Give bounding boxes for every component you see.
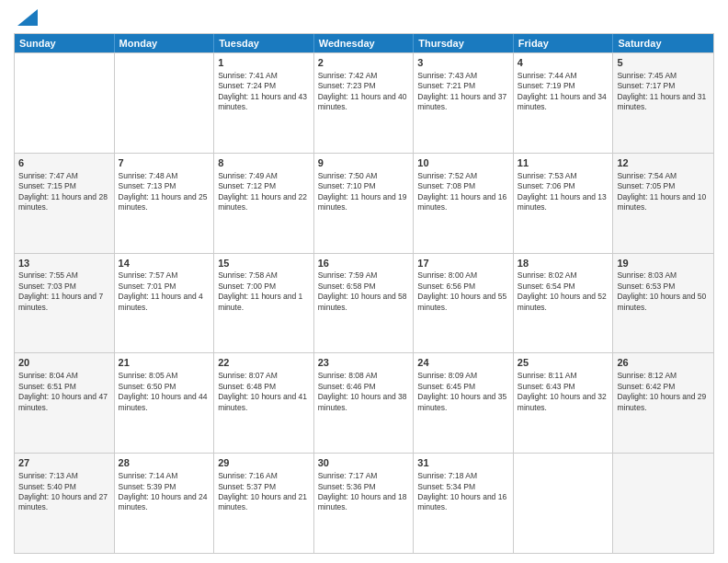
day-number: 26: [617, 356, 710, 370]
cal-cell-4-5: [514, 454, 614, 553]
logo: [14, 9, 41, 26]
cal-cell-0-4: 3Sunrise: 7:43 AM Sunset: 7:21 PM Daylig…: [414, 53, 514, 153]
cal-cell-2-2: 15Sunrise: 7:58 AM Sunset: 7:00 PM Dayli…: [214, 254, 314, 353]
cal-cell-1-0: 6Sunrise: 7:47 AM Sunset: 7:15 PM Daylig…: [15, 154, 115, 253]
cell-info: Sunrise: 8:02 AM Sunset: 6:54 PM Dayligh…: [518, 270, 609, 313]
cal-cell-4-3: 30Sunrise: 7:17 AM Sunset: 5:36 PM Dayli…: [314, 454, 415, 553]
day-number: 5: [617, 56, 710, 70]
header-day-tuesday: Tuesday: [214, 34, 314, 52]
cell-info: Sunrise: 7:45 AM Sunset: 7:17 PM Dayligh…: [617, 71, 710, 113]
cal-cell-0-2: 1Sunrise: 7:41 AM Sunset: 7:24 PM Daylig…: [214, 53, 314, 153]
day-number: 13: [18, 257, 110, 270]
day-number: 21: [119, 356, 210, 370]
day-number: 4: [518, 56, 609, 70]
day-number: 11: [518, 156, 609, 170]
cell-info: Sunrise: 7:49 AM Sunset: 7:12 PM Dayligh…: [218, 171, 310, 213]
cal-cell-4-0: 27Sunrise: 7:13 AM Sunset: 5:40 PM Dayli…: [15, 454, 115, 553]
cal-cell-2-0: 13Sunrise: 7:55 AM Sunset: 7:03 PM Dayli…: [15, 254, 115, 353]
cal-cell-3-3: 23Sunrise: 8:08 AM Sunset: 6:46 PM Dayli…: [314, 353, 415, 453]
cal-cell-2-4: 17Sunrise: 8:00 AM Sunset: 6:56 PM Dayli…: [414, 254, 514, 353]
day-number: 28: [119, 456, 210, 470]
calendar-row-2: 13Sunrise: 7:55 AM Sunset: 7:03 PM Dayli…: [15, 253, 713, 353]
cell-info: Sunrise: 7:43 AM Sunset: 7:21 PM Dayligh…: [417, 71, 509, 113]
cal-cell-1-6: 12Sunrise: 7:54 AM Sunset: 7:05 PM Dayli…: [613, 154, 713, 253]
cal-cell-3-1: 21Sunrise: 8:05 AM Sunset: 6:50 PM Dayli…: [115, 353, 215, 453]
day-number: 16: [318, 257, 410, 270]
svg-marker-0: [17, 9, 38, 26]
logo-triangle-icon: [17, 9, 38, 26]
header-day-thursday: Thursday: [414, 34, 514, 52]
cal-cell-0-0: [15, 53, 115, 153]
calendar: SundayMondayTuesdayWednesdayThursdayFrid…: [14, 33, 714, 554]
cell-info: Sunrise: 8:11 AM Sunset: 6:43 PM Dayligh…: [518, 371, 609, 413]
cell-info: Sunrise: 7:48 AM Sunset: 7:13 PM Dayligh…: [119, 171, 210, 213]
cal-cell-1-1: 7Sunrise: 7:48 AM Sunset: 7:13 PM Daylig…: [115, 154, 215, 253]
cal-cell-3-4: 24Sunrise: 8:09 AM Sunset: 6:45 PM Dayli…: [414, 353, 514, 453]
cal-cell-0-6: 5Sunrise: 7:45 AM Sunset: 7:17 PM Daylig…: [613, 53, 713, 153]
cell-info: Sunrise: 8:08 AM Sunset: 6:46 PM Dayligh…: [318, 371, 410, 413]
cal-cell-4-6: [613, 454, 713, 553]
page: SundayMondayTuesdayWednesdayThursdayFrid…: [0, 0, 728, 563]
day-number: 7: [119, 156, 210, 170]
day-number: 8: [218, 156, 310, 170]
header: [14, 9, 714, 26]
day-number: 18: [518, 257, 609, 270]
day-number: 14: [119, 257, 210, 270]
cal-cell-1-5: 11Sunrise: 7:53 AM Sunset: 7:06 PM Dayli…: [514, 154, 614, 253]
cell-info: Sunrise: 8:12 AM Sunset: 6:42 PM Dayligh…: [617, 371, 710, 413]
day-number: 10: [417, 156, 509, 170]
header-day-saturday: Saturday: [613, 34, 713, 52]
cell-info: Sunrise: 7:14 AM Sunset: 5:39 PM Dayligh…: [119, 471, 210, 513]
day-number: 15: [218, 257, 310, 270]
header-day-wednesday: Wednesday: [314, 34, 415, 52]
day-number: 29: [218, 456, 310, 470]
cell-info: Sunrise: 7:58 AM Sunset: 7:00 PM Dayligh…: [218, 270, 310, 313]
cal-cell-1-4: 10Sunrise: 7:52 AM Sunset: 7:08 PM Dayli…: [414, 154, 514, 253]
cal-cell-3-0: 20Sunrise: 8:04 AM Sunset: 6:51 PM Dayli…: [15, 353, 115, 453]
day-number: 2: [318, 56, 410, 70]
cell-info: Sunrise: 8:03 AM Sunset: 6:53 PM Dayligh…: [617, 270, 710, 313]
cell-info: Sunrise: 8:04 AM Sunset: 6:51 PM Dayligh…: [18, 371, 110, 413]
cal-cell-4-4: 31Sunrise: 7:18 AM Sunset: 5:34 PM Dayli…: [414, 454, 514, 553]
day-number: 1: [218, 56, 310, 70]
cell-info: Sunrise: 8:07 AM Sunset: 6:48 PM Dayligh…: [218, 371, 310, 413]
cell-info: Sunrise: 7:17 AM Sunset: 5:36 PM Dayligh…: [318, 471, 410, 513]
cell-info: Sunrise: 7:55 AM Sunset: 7:03 PM Dayligh…: [18, 270, 110, 313]
cell-info: Sunrise: 8:05 AM Sunset: 6:50 PM Dayligh…: [119, 371, 210, 413]
day-number: 27: [18, 456, 110, 470]
cell-info: Sunrise: 8:00 AM Sunset: 6:56 PM Dayligh…: [417, 270, 509, 313]
cell-info: Sunrise: 7:44 AM Sunset: 7:19 PM Dayligh…: [518, 71, 609, 113]
calendar-row-1: 6Sunrise: 7:47 AM Sunset: 7:15 PM Daylig…: [15, 153, 713, 253]
cal-cell-3-5: 25Sunrise: 8:11 AM Sunset: 6:43 PM Dayli…: [514, 353, 614, 453]
day-number: 9: [318, 156, 410, 170]
day-number: 12: [617, 156, 710, 170]
cell-info: Sunrise: 7:47 AM Sunset: 7:15 PM Dayligh…: [18, 171, 110, 213]
cal-cell-2-6: 19Sunrise: 8:03 AM Sunset: 6:53 PM Dayli…: [613, 254, 713, 353]
cell-info: Sunrise: 7:59 AM Sunset: 6:58 PM Dayligh…: [318, 270, 410, 313]
cal-cell-4-1: 28Sunrise: 7:14 AM Sunset: 5:39 PM Dayli…: [115, 454, 215, 553]
day-number: 23: [318, 356, 410, 370]
cell-info: Sunrise: 7:18 AM Sunset: 5:34 PM Dayligh…: [417, 471, 509, 513]
header-day-friday: Friday: [514, 34, 614, 52]
cell-info: Sunrise: 7:50 AM Sunset: 7:10 PM Dayligh…: [318, 171, 410, 213]
cell-info: Sunrise: 7:41 AM Sunset: 7:24 PM Dayligh…: [218, 71, 310, 113]
calendar-row-4: 27Sunrise: 7:13 AM Sunset: 5:40 PM Dayli…: [15, 453, 713, 553]
day-number: 6: [18, 156, 110, 170]
cal-cell-0-3: 2Sunrise: 7:42 AM Sunset: 7:23 PM Daylig…: [314, 53, 415, 153]
cal-cell-1-3: 9Sunrise: 7:50 AM Sunset: 7:10 PM Daylig…: [314, 154, 415, 253]
calendar-body: 1Sunrise: 7:41 AM Sunset: 7:24 PM Daylig…: [15, 52, 713, 553]
day-number: 31: [417, 456, 509, 470]
day-number: 30: [318, 456, 410, 470]
day-number: 22: [218, 356, 310, 370]
cal-cell-3-6: 26Sunrise: 8:12 AM Sunset: 6:42 PM Dayli…: [613, 353, 713, 453]
day-number: 24: [417, 356, 509, 370]
cal-cell-4-2: 29Sunrise: 7:16 AM Sunset: 5:37 PM Dayli…: [214, 454, 314, 553]
day-number: 20: [18, 356, 110, 370]
cell-info: Sunrise: 7:13 AM Sunset: 5:40 PM Dayligh…: [18, 471, 110, 513]
day-number: 17: [417, 257, 509, 270]
calendar-row-0: 1Sunrise: 7:41 AM Sunset: 7:24 PM Daylig…: [15, 52, 713, 153]
day-number: 19: [617, 257, 710, 270]
cell-info: Sunrise: 7:16 AM Sunset: 5:37 PM Dayligh…: [218, 471, 310, 513]
cal-cell-1-2: 8Sunrise: 7:49 AM Sunset: 7:12 PM Daylig…: [214, 154, 314, 253]
header-day-sunday: Sunday: [15, 34, 115, 52]
